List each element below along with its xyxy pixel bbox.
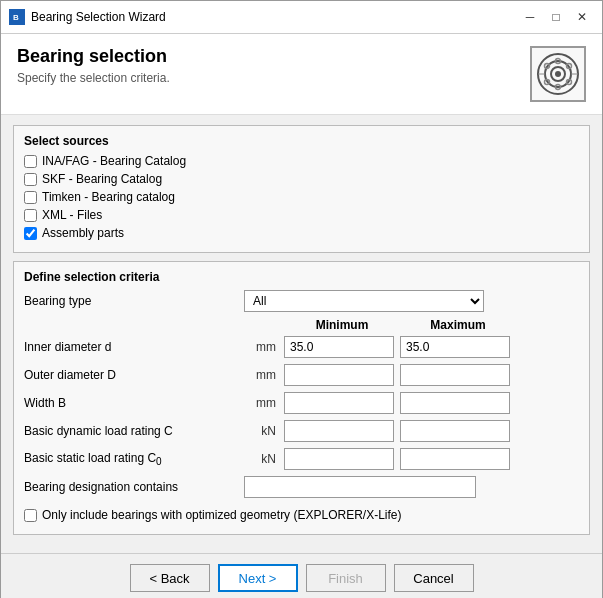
header-text: Bearing selection Specify the selection …	[17, 46, 170, 85]
static-load-row: Basic static load rating C0 kN	[24, 448, 579, 470]
source-skf-row: SKF - Bearing Catalog	[24, 172, 579, 186]
designation-label: Bearing designation contains	[24, 480, 244, 494]
outer-diameter-min-input[interactable]	[284, 364, 394, 386]
dynamic-load-unit: kN	[244, 424, 276, 438]
maximize-button[interactable]: □	[544, 7, 568, 27]
width-label: Width B	[24, 396, 244, 410]
optimized-row: Only include bearings with optimized geo…	[24, 504, 579, 526]
col-max-header: Maximum	[400, 318, 516, 332]
source-xml-row: XML - Files	[24, 208, 579, 222]
source-timken-row: Timken - Bearing catalog	[24, 190, 579, 204]
close-button[interactable]: ✕	[570, 7, 594, 27]
inner-diameter-unit: mm	[244, 340, 276, 354]
col-min-header: Minimum	[284, 318, 400, 332]
static-load-unit: kN	[244, 452, 276, 466]
dynamic-load-label: Basic dynamic load rating C	[24, 424, 244, 438]
designation-input[interactable]	[244, 476, 476, 498]
bearing-type-label: Bearing type	[24, 294, 244, 308]
sources-label: Select sources	[24, 134, 579, 148]
outer-diameter-label: Outer diameter D	[24, 368, 244, 382]
page-title: Bearing selection	[17, 46, 170, 67]
criteria-label: Define selection criteria	[24, 270, 579, 284]
inner-diameter-label: Inner diameter d	[24, 340, 244, 354]
svg-point-5	[555, 71, 561, 77]
source-skf-label[interactable]: SKF - Bearing Catalog	[42, 172, 162, 186]
sources-group: Select sources INA/FAG - Bearing Catalog…	[13, 125, 590, 253]
main-window: B Bearing Selection Wizard ─ □ ✕ Bearing…	[0, 0, 603, 598]
content-area: Select sources INA/FAG - Bearing Catalog…	[1, 115, 602, 553]
title-bar: B Bearing Selection Wizard ─ □ ✕	[1, 1, 602, 34]
column-headers: Minimum Maximum	[284, 318, 579, 332]
source-xml-label[interactable]: XML - Files	[42, 208, 102, 222]
window-controls: ─ □ ✕	[518, 7, 594, 27]
width-min-input[interactable]	[284, 392, 394, 414]
width-row: Width B mm	[24, 392, 579, 414]
source-assembly-row: Assembly parts	[24, 226, 579, 240]
source-skf-checkbox[interactable]	[24, 173, 37, 186]
window-title: Bearing Selection Wizard	[31, 10, 512, 24]
source-timken-label[interactable]: Timken - Bearing catalog	[42, 190, 175, 204]
dynamic-load-min-input[interactable]	[284, 420, 394, 442]
source-assembly-checkbox[interactable]	[24, 227, 37, 240]
source-timken-checkbox[interactable]	[24, 191, 37, 204]
outer-diameter-row: Outer diameter D mm	[24, 364, 579, 386]
page-subtitle: Specify the selection criteria.	[17, 71, 170, 85]
next-button[interactable]: Next >	[218, 564, 298, 592]
bearing-diagram	[534, 50, 582, 98]
svg-text:B: B	[13, 13, 19, 22]
criteria-group: Define selection criteria Bearing type A…	[13, 261, 590, 535]
designation-row: Bearing designation contains	[24, 476, 579, 498]
source-assembly-label[interactable]: Assembly parts	[42, 226, 124, 240]
back-button[interactable]: < Back	[130, 564, 210, 592]
width-max-input[interactable]	[400, 392, 510, 414]
cancel-button[interactable]: Cancel	[394, 564, 474, 592]
finish-button[interactable]: Finish	[306, 564, 386, 592]
dynamic-load-max-input[interactable]	[400, 420, 510, 442]
source-ina-fag-row: INA/FAG - Bearing Catalog	[24, 154, 579, 168]
app-icon: B	[9, 9, 25, 25]
bearing-type-row: Bearing type All Deep groove ball bearin…	[24, 290, 579, 312]
footer: < Back Next > Finish Cancel	[1, 553, 602, 598]
static-load-min-input[interactable]	[284, 448, 394, 470]
outer-diameter-unit: mm	[244, 368, 276, 382]
source-ina-fag-label[interactable]: INA/FAG - Bearing Catalog	[42, 154, 186, 168]
optimized-label[interactable]: Only include bearings with optimized geo…	[42, 508, 401, 522]
source-ina-fag-checkbox[interactable]	[24, 155, 37, 168]
bearing-type-select[interactable]: All Deep groove ball bearing Angular con…	[244, 290, 484, 312]
static-load-label: Basic static load rating C0	[24, 451, 244, 467]
minimize-button[interactable]: ─	[518, 7, 542, 27]
width-unit: mm	[244, 396, 276, 410]
inner-diameter-row: Inner diameter d mm	[24, 336, 579, 358]
source-xml-checkbox[interactable]	[24, 209, 37, 222]
bearing-icon	[530, 46, 586, 102]
optimized-checkbox[interactable]	[24, 509, 37, 522]
outer-diameter-max-input[interactable]	[400, 364, 510, 386]
inner-diameter-min-input[interactable]	[284, 336, 394, 358]
inner-diameter-max-input[interactable]	[400, 336, 510, 358]
header-section: Bearing selection Specify the selection …	[1, 34, 602, 115]
static-load-max-input[interactable]	[400, 448, 510, 470]
dynamic-load-row: Basic dynamic load rating C kN	[24, 420, 579, 442]
